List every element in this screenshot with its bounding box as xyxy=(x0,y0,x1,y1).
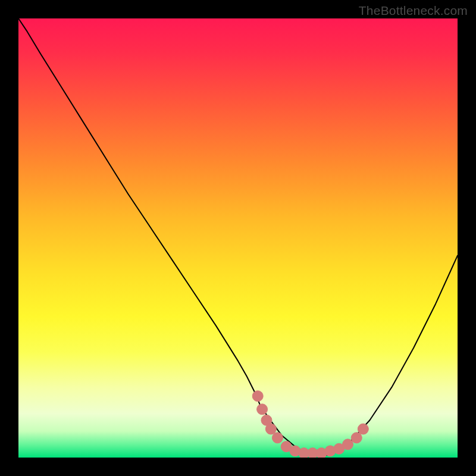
marker-dot xyxy=(257,404,268,415)
marker-group xyxy=(252,391,368,458)
marker-dot xyxy=(265,424,276,434)
bottleneck-curve xyxy=(18,18,458,455)
marker-dot xyxy=(272,433,283,443)
marker-dot xyxy=(343,439,353,450)
marker-dot xyxy=(351,433,362,443)
watermark-text: TheBottleneck.com xyxy=(359,4,468,18)
plot-area xyxy=(18,18,458,458)
chart-stage: TheBottleneck.com xyxy=(0,0,476,476)
marker-dot xyxy=(358,424,368,434)
curve-layer xyxy=(18,18,458,458)
marker-dot xyxy=(252,391,263,402)
